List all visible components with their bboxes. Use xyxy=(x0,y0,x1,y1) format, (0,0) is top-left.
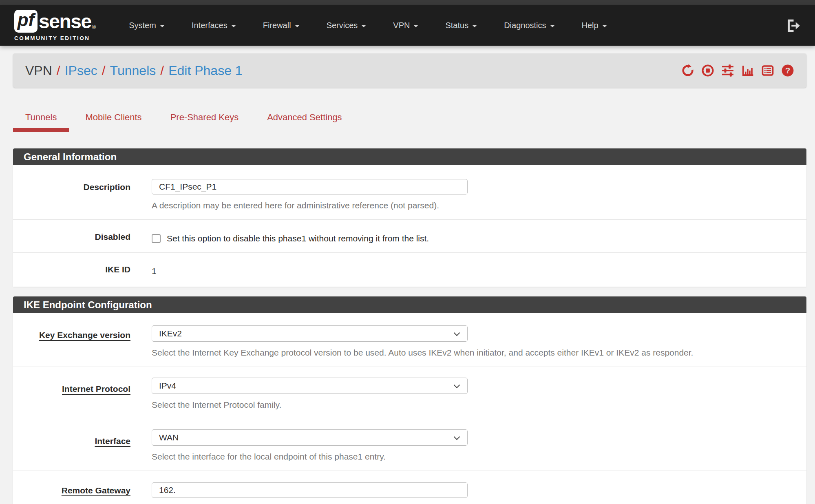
breadcrumb-tunnels-link[interactable]: Tunnels xyxy=(110,63,156,78)
disabled-row: Disabled Set this option to disable this… xyxy=(13,219,806,252)
tab-tunnels[interactable]: Tunnels xyxy=(13,112,69,132)
interface-row: Interface WAN Select the interface for t… xyxy=(13,419,806,471)
description-help-text: A description may be entered here for ad… xyxy=(152,201,794,210)
tab-advanced-settings[interactable]: Advanced Settings xyxy=(255,112,354,132)
chevron-down-icon xyxy=(454,330,460,336)
key-exchange-row: Key Exchange version IKEv2 Select the In… xyxy=(13,313,806,367)
chevron-down-icon xyxy=(550,25,555,27)
svg-text:?: ? xyxy=(785,66,791,75)
remote-gateway-row: Remote Gateway Enter the public IP addre… xyxy=(13,471,806,504)
nav-item-vpn[interactable]: VPN xyxy=(380,5,432,46)
chevron-down-icon xyxy=(472,25,477,27)
ike-endpoint-header: IKE Endpoint Configuration xyxy=(13,296,806,313)
interface-select[interactable]: WAN xyxy=(152,429,468,446)
tab-pre-shared-keys[interactable]: Pre-Shared Keys xyxy=(158,112,251,132)
nav-item-diagnostics[interactable]: Diagnostics xyxy=(490,5,568,46)
description-label: Description xyxy=(13,165,152,219)
nav-item-system[interactable]: System xyxy=(115,5,178,46)
main-navbar: pf sense ® COMMUNITY EDITION System Inte… xyxy=(0,5,815,46)
pfsense-logo[interactable]: pf sense ® COMMUNITY EDITION xyxy=(14,10,96,41)
remote-gateway-input[interactable] xyxy=(152,482,468,498)
description-input[interactable] xyxy=(152,179,468,195)
chevron-down-icon xyxy=(295,25,300,27)
internet-protocol-select[interactable]: IPv4 xyxy=(152,378,468,394)
question-circle-icon[interactable]: ? xyxy=(781,64,794,77)
internet-protocol-label: Internet Protocol xyxy=(13,367,152,419)
community-edition-label: COMMUNITY EDITION xyxy=(14,35,96,41)
redo-icon[interactable] xyxy=(681,64,694,77)
window-top-strip xyxy=(0,0,815,5)
tab-mobile-clients[interactable]: Mobile Clients xyxy=(73,112,154,132)
nav-item-services[interactable]: Services xyxy=(313,5,380,46)
internet-protocol-row: Internet Protocol IPv4 Select the Intern… xyxy=(13,367,806,419)
chevron-down-icon xyxy=(160,25,165,27)
list-alt-icon[interactable] xyxy=(761,64,774,77)
chevron-down-icon xyxy=(602,25,607,27)
nav-item-interfaces[interactable]: Interfaces xyxy=(178,5,250,46)
ike-id-value: 1 xyxy=(152,263,794,276)
ike-id-row: IKE ID 1 xyxy=(13,252,806,287)
ike-id-label: IKE ID xyxy=(13,253,152,287)
remote-gateway-label: Remote Gateway xyxy=(13,471,152,504)
ipsec-tab-bar: Tunnels Mobile Clients Pre-Shared Keys A… xyxy=(13,112,806,132)
nav-item-help[interactable]: Help xyxy=(568,5,621,46)
internet-protocol-help-text: Select the Internet Protocol family. xyxy=(152,400,794,410)
breadcrumb-edit-phase1: Edit Phase 1 xyxy=(168,63,242,78)
sense-logo-text: sense xyxy=(39,10,91,33)
interface-label: Interface xyxy=(13,419,152,471)
chevron-down-icon xyxy=(231,25,236,27)
disabled-label: Disabled xyxy=(13,220,152,252)
key-exchange-label: Key Exchange version xyxy=(13,313,152,367)
disabled-checkbox-label: Set this option to disable this phase1 w… xyxy=(167,234,429,243)
bar-chart-icon[interactable] xyxy=(741,64,754,77)
key-exchange-select[interactable]: IKEv2 xyxy=(152,325,468,342)
chevron-down-icon xyxy=(454,382,460,389)
chevron-down-icon xyxy=(361,25,366,27)
sign-out-button[interactable] xyxy=(786,18,800,33)
interface-help-text: Select the interface for the local endpo… xyxy=(152,452,794,462)
registered-mark: ® xyxy=(92,24,96,30)
ike-endpoint-panel: IKE Endpoint Configuration Key Exchange … xyxy=(13,296,806,504)
general-information-panel: General Information Description A descri… xyxy=(13,148,806,287)
title-bar-actions: ? xyxy=(681,64,794,77)
nav-item-firewall[interactable]: Firewall xyxy=(250,5,313,46)
general-information-header: General Information xyxy=(13,148,806,165)
description-row: Description A description may be entered… xyxy=(13,165,806,219)
disabled-checkbox[interactable] xyxy=(152,234,161,243)
pf-logo-box: pf xyxy=(14,10,38,33)
sign-out-icon xyxy=(786,18,800,33)
stop-circle-icon[interactable] xyxy=(701,64,714,77)
nav-item-status[interactable]: Status xyxy=(432,5,490,46)
chevron-down-icon xyxy=(413,25,418,27)
page-title-bar: VPN / IPsec / Tunnels / Edit Phase 1 xyxy=(13,53,806,88)
key-exchange-help-text: Select the Internet Key Exchange protoco… xyxy=(152,348,794,358)
sliders-icon[interactable] xyxy=(721,64,734,77)
nav-menu: System Interfaces Firewall Services VPN … xyxy=(115,5,620,46)
breadcrumb-vpn: VPN xyxy=(25,63,52,78)
breadcrumb: VPN / IPsec / Tunnels / Edit Phase 1 xyxy=(25,63,243,78)
breadcrumb-ipsec-link[interactable]: IPsec xyxy=(65,63,97,78)
chevron-down-icon xyxy=(454,434,460,440)
